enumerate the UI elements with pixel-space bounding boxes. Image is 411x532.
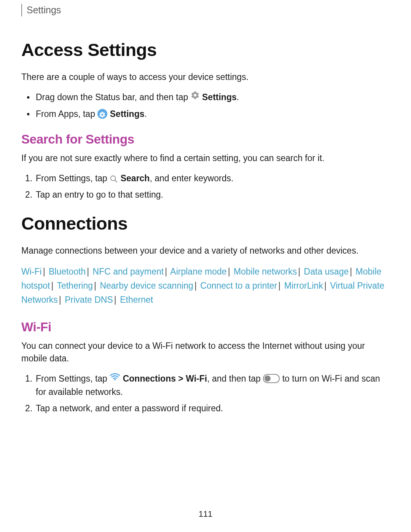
connections-intro: Manage connections between your device a…: [21, 244, 390, 257]
text: From Settings, tap: [36, 374, 110, 383]
link-mobile-networks[interactable]: Mobile networks: [234, 267, 297, 276]
text: From Apps, tap: [36, 109, 97, 119]
separator: |: [94, 281, 96, 291]
separator: |: [87, 267, 89, 276]
access-settings-list: Drag down the Status bar, and then tap S…: [21, 91, 390, 121]
separator: |: [114, 295, 116, 305]
separator: |: [59, 295, 61, 305]
svg-point-2: [114, 379, 116, 380]
gear-icon: [191, 91, 200, 103]
text: , and then tap: [207, 374, 263, 383]
link-printer[interactable]: Connect to a printer: [200, 281, 277, 291]
heading-connections: Connections: [21, 213, 390, 234]
link-nearby-scanning[interactable]: Nearby device scanning: [100, 281, 193, 291]
link-airplane[interactable]: Airplane mode: [170, 267, 226, 276]
svg-line-1: [115, 180, 117, 182]
separator: |: [298, 267, 300, 276]
link-nfc[interactable]: NFC and payment: [93, 267, 164, 276]
separator: |: [51, 281, 53, 291]
separator: |: [165, 267, 167, 276]
toggle-off-icon: [263, 374, 280, 383]
connections-label: Connections: [123, 374, 176, 383]
link-mirrorlink[interactable]: MirrorLink: [284, 281, 323, 291]
settings-label: Settings: [202, 92, 237, 102]
list-item: Tap an entry to go to that setting.: [21, 189, 390, 201]
search-settings-steps: From Settings, tap Search, and enter key…: [21, 172, 390, 201]
text: .: [237, 92, 239, 102]
text: Drag down the Status bar, and then tap: [36, 92, 191, 102]
link-data-usage[interactable]: Data usage: [304, 267, 349, 276]
separator: |: [278, 281, 280, 291]
separator: |: [194, 281, 197, 291]
heading-search-for-settings: Search for Settings: [21, 132, 390, 147]
text: , and enter keywords.: [150, 173, 233, 183]
search-settings-intro: If you are not sure exactly where to fin…: [21, 152, 390, 165]
search-icon: [110, 174, 118, 182]
link-private-dns[interactable]: Private DNS: [65, 295, 113, 305]
breadcrumb: Settings: [21, 4, 390, 16]
page-number: 111: [0, 509, 411, 519]
settings-app-icon: [97, 109, 107, 119]
separator: |: [43, 267, 45, 276]
list-item: From Apps, tap Settings.: [21, 108, 390, 120]
separator: |: [350, 267, 352, 276]
wifi-steps: From Settings, tap Connections > Wi-Fi, …: [21, 372, 390, 415]
heading-access-settings: Access Settings: [21, 39, 390, 60]
link-ethernet[interactable]: Ethernet: [120, 295, 153, 305]
separator: |: [324, 281, 327, 291]
heading-wifi: Wi-Fi: [21, 320, 390, 334]
list-item: From Settings, tap Search, and enter key…: [21, 172, 390, 185]
text: .: [144, 109, 147, 119]
settings-label: Settings: [110, 109, 145, 119]
access-settings-intro: There are a couple of ways to access you…: [21, 71, 390, 83]
list-item: Tap a network, and enter a password if r…: [21, 402, 390, 415]
caret: >: [176, 374, 186, 383]
list-item: Drag down the Status bar, and then tap S…: [21, 91, 390, 104]
separator: |: [228, 267, 230, 276]
search-label: Search: [121, 173, 150, 183]
list-item: From Settings, tap Connections > Wi-Fi, …: [21, 372, 390, 398]
text: From Settings, tap: [36, 173, 110, 183]
link-bluetooth[interactable]: Bluetooth: [49, 267, 86, 276]
connections-links: Wi-Fi| Bluetooth| NFC and payment| Airpl…: [21, 265, 390, 307]
breadcrumb-text: Settings: [27, 5, 61, 15]
wifi-intro: You can connect your device to a Wi-Fi n…: [21, 340, 390, 365]
wifi-label: Wi-Fi: [186, 374, 207, 383]
link-wifi[interactable]: Wi-Fi: [21, 267, 42, 276]
wifi-icon: [110, 372, 120, 385]
link-tethering[interactable]: Tethering: [57, 281, 93, 291]
